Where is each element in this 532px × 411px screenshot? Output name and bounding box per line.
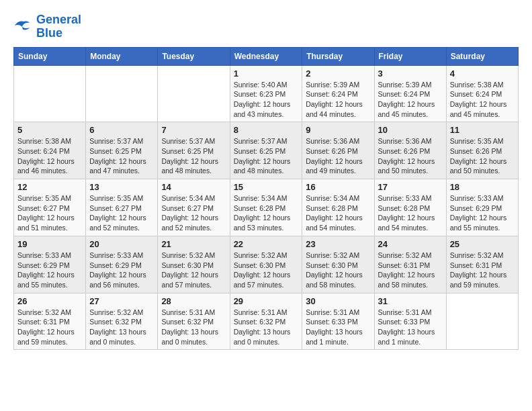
day-info: Sunrise: 5:32 AM Sunset: 6:30 PM Dayligh… [234, 250, 299, 290]
day-info: Sunrise: 5:34 AM Sunset: 6:28 PM Dayligh… [306, 193, 370, 233]
calendar-cell: 20Sunrise: 5:33 AM Sunset: 6:29 PM Dayli… [86, 236, 158, 293]
day-number: 29 [234, 296, 299, 306]
calendar-cell: 2Sunrise: 5:39 AM Sunset: 6:24 PM Daylig… [302, 65, 374, 122]
calendar-week-row: 12Sunrise: 5:35 AM Sunset: 6:27 PM Dayli… [14, 179, 519, 236]
calendar-cell: 24Sunrise: 5:32 AM Sunset: 6:31 PM Dayli… [374, 236, 446, 293]
calendar-cell: 5Sunrise: 5:38 AM Sunset: 6:24 PM Daylig… [14, 122, 86, 179]
day-info: Sunrise: 5:33 AM Sunset: 6:29 PM Dayligh… [89, 250, 154, 290]
calendar-week-row: 5Sunrise: 5:38 AM Sunset: 6:24 PM Daylig… [14, 122, 519, 179]
day-number: 28 [161, 296, 226, 306]
calendar-cell: 16Sunrise: 5:34 AM Sunset: 6:28 PM Dayli… [302, 179, 374, 236]
calendar-cell [446, 293, 518, 350]
day-info: Sunrise: 5:32 AM Sunset: 6:31 PM Dayligh… [17, 308, 82, 347]
day-number: 17 [378, 182, 443, 192]
weekday-header: Tuesday [158, 47, 230, 65]
day-info: Sunrise: 5:32 AM Sunset: 6:31 PM Dayligh… [450, 250, 515, 290]
calendar-cell: 25Sunrise: 5:32 AM Sunset: 6:31 PM Dayli… [446, 236, 518, 293]
day-info: Sunrise: 5:33 AM Sunset: 6:29 PM Dayligh… [17, 250, 82, 290]
day-number: 14 [161, 182, 226, 192]
day-info: Sunrise: 5:36 AM Sunset: 6:26 PM Dayligh… [306, 136, 370, 176]
day-number: 21 [161, 239, 226, 249]
day-number: 13 [89, 182, 154, 192]
weekday-header: Thursday [302, 47, 374, 65]
calendar-cell: 11Sunrise: 5:35 AM Sunset: 6:26 PM Dayli… [446, 122, 518, 179]
day-number: 5 [17, 125, 82, 135]
calendar-week-row: 19Sunrise: 5:33 AM Sunset: 6:29 PM Dayli… [14, 236, 519, 293]
calendar-cell: 18Sunrise: 5:33 AM Sunset: 6:29 PM Dayli… [446, 179, 518, 236]
day-number: 25 [450, 239, 515, 249]
day-info: Sunrise: 5:39 AM Sunset: 6:24 PM Dayligh… [378, 80, 443, 120]
day-number: 30 [306, 296, 370, 306]
day-info: Sunrise: 5:37 AM Sunset: 6:25 PM Dayligh… [234, 136, 299, 176]
day-number: 1 [234, 68, 299, 79]
calendar-cell: 19Sunrise: 5:33 AM Sunset: 6:29 PM Dayli… [14, 236, 86, 293]
calendar-cell [86, 65, 158, 122]
calendar-cell: 4Sunrise: 5:38 AM Sunset: 6:24 PM Daylig… [446, 65, 518, 122]
page-header: General Blue [13, 13, 519, 40]
day-info: Sunrise: 5:31 AM Sunset: 6:33 PM Dayligh… [378, 308, 443, 347]
day-info: Sunrise: 5:32 AM Sunset: 6:30 PM Dayligh… [161, 250, 226, 290]
day-number: 26 [17, 296, 82, 306]
calendar-table: SundayMondayTuesdayWednesdayThursdayFrid… [13, 47, 519, 351]
weekday-header: Monday [86, 47, 158, 65]
day-info: Sunrise: 5:38 AM Sunset: 6:24 PM Dayligh… [450, 80, 515, 120]
day-number: 11 [450, 125, 515, 135]
calendar-cell: 9Sunrise: 5:36 AM Sunset: 6:26 PM Daylig… [302, 122, 374, 179]
day-info: Sunrise: 5:37 AM Sunset: 6:25 PM Dayligh… [89, 136, 154, 176]
day-info: Sunrise: 5:35 AM Sunset: 6:27 PM Dayligh… [17, 193, 82, 233]
calendar-cell: 28Sunrise: 5:31 AM Sunset: 6:32 PM Dayli… [158, 293, 230, 350]
day-number: 22 [234, 239, 299, 249]
calendar-cell: 26Sunrise: 5:32 AM Sunset: 6:31 PM Dayli… [14, 293, 86, 350]
calendar-cell: 7Sunrise: 5:37 AM Sunset: 6:25 PM Daylig… [158, 122, 230, 179]
calendar-cell [14, 65, 86, 122]
day-number: 3 [378, 68, 443, 79]
day-info: Sunrise: 5:31 AM Sunset: 6:32 PM Dayligh… [234, 308, 299, 347]
day-number: 9 [306, 125, 370, 135]
calendar-cell: 22Sunrise: 5:32 AM Sunset: 6:30 PM Dayli… [230, 236, 302, 293]
calendar-cell: 29Sunrise: 5:31 AM Sunset: 6:32 PM Dayli… [230, 293, 302, 350]
calendar-week-row: 26Sunrise: 5:32 AM Sunset: 6:31 PM Dayli… [14, 293, 519, 350]
calendar-cell: 30Sunrise: 5:31 AM Sunset: 6:33 PM Dayli… [302, 293, 374, 350]
day-info: Sunrise: 5:34 AM Sunset: 6:28 PM Dayligh… [234, 193, 299, 233]
calendar-week-row: 1Sunrise: 5:40 AM Sunset: 6:23 PM Daylig… [14, 65, 519, 122]
weekday-header: Sunday [14, 47, 86, 65]
day-number: 15 [234, 182, 299, 192]
day-info: Sunrise: 5:40 AM Sunset: 6:23 PM Dayligh… [234, 80, 299, 120]
calendar-cell: 17Sunrise: 5:33 AM Sunset: 6:28 PM Dayli… [374, 179, 446, 236]
calendar-header: SundayMondayTuesdayWednesdayThursdayFrid… [14, 47, 519, 65]
day-number: 23 [306, 239, 370, 249]
calendar-cell: 13Sunrise: 5:35 AM Sunset: 6:27 PM Dayli… [86, 179, 158, 236]
day-info: Sunrise: 5:31 AM Sunset: 6:33 PM Dayligh… [306, 308, 370, 347]
day-info: Sunrise: 5:34 AM Sunset: 6:27 PM Dayligh… [161, 193, 226, 233]
day-number: 2 [306, 68, 370, 79]
calendar-cell: 12Sunrise: 5:35 AM Sunset: 6:27 PM Dayli… [14, 179, 86, 236]
day-number: 8 [234, 125, 299, 135]
day-info: Sunrise: 5:39 AM Sunset: 6:24 PM Dayligh… [306, 80, 370, 120]
weekday-header: Friday [374, 47, 446, 65]
day-info: Sunrise: 5:31 AM Sunset: 6:32 PM Dayligh… [161, 308, 226, 347]
calendar-cell: 15Sunrise: 5:34 AM Sunset: 6:28 PM Dayli… [230, 179, 302, 236]
calendar-cell: 10Sunrise: 5:36 AM Sunset: 6:26 PM Dayli… [374, 122, 446, 179]
day-number: 20 [89, 239, 154, 249]
day-number: 10 [378, 125, 443, 135]
calendar-cell: 1Sunrise: 5:40 AM Sunset: 6:23 PM Daylig… [230, 65, 302, 122]
calendar-cell: 8Sunrise: 5:37 AM Sunset: 6:25 PM Daylig… [230, 122, 302, 179]
calendar-cell: 6Sunrise: 5:37 AM Sunset: 6:25 PM Daylig… [86, 122, 158, 179]
weekday-header: Wednesday [230, 47, 302, 65]
day-info: Sunrise: 5:35 AM Sunset: 6:26 PM Dayligh… [450, 136, 515, 176]
day-info: Sunrise: 5:38 AM Sunset: 6:24 PM Dayligh… [17, 136, 82, 176]
day-info: Sunrise: 5:32 AM Sunset: 6:31 PM Dayligh… [378, 250, 443, 290]
calendar-cell: 3Sunrise: 5:39 AM Sunset: 6:24 PM Daylig… [374, 65, 446, 122]
day-number: 12 [17, 182, 82, 192]
day-info: Sunrise: 5:32 AM Sunset: 6:30 PM Dayligh… [306, 250, 370, 290]
logo: General Blue [13, 13, 81, 40]
day-number: 6 [89, 125, 154, 135]
calendar-cell [158, 65, 230, 122]
day-number: 7 [161, 125, 226, 135]
calendar-cell: 31Sunrise: 5:31 AM Sunset: 6:33 PM Dayli… [374, 293, 446, 350]
day-info: Sunrise: 5:37 AM Sunset: 6:25 PM Dayligh… [161, 136, 226, 176]
day-info: Sunrise: 5:35 AM Sunset: 6:27 PM Dayligh… [89, 193, 154, 233]
calendar-cell: 21Sunrise: 5:32 AM Sunset: 6:30 PM Dayli… [158, 236, 230, 293]
day-number: 31 [378, 296, 443, 306]
day-number: 27 [89, 296, 154, 306]
